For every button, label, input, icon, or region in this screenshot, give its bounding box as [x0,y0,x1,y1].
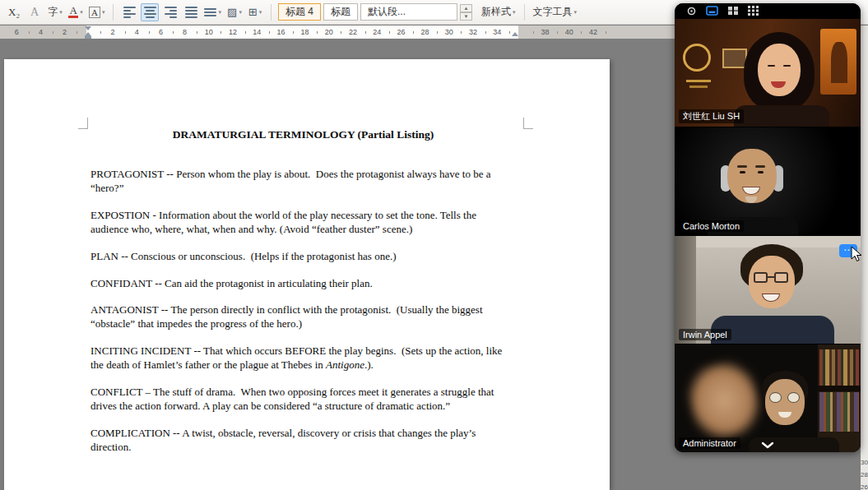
ruler-tick [461,31,462,34]
video-panel-toolbar [675,3,861,18]
ruler-number: 6 [159,28,163,36]
ruler-tick [269,31,270,34]
participant-tile-liu-sh[interactable]: 刘世红 Liu SH [675,18,861,127]
participant-name: Carlos Morton [679,220,744,232]
ruler-number: 12 [229,28,237,36]
align-right-icon [165,7,177,18]
borders-icon: ⊞ [248,6,258,18]
style-label: 默认段... [368,5,406,19]
clear-format-button[interactable]: A [26,3,44,21]
ruler-number: 28 [421,28,429,36]
ruler-number: 14 [253,28,261,36]
doc-paragraph[interactable]: PLAN -- Conscious or unconscious. (Helps… [91,250,516,264]
participant-tile-carlos-morton[interactable]: Carlos Morton [675,127,861,235]
style-gallery-down-button[interactable]: ▼ [460,12,472,21]
ruler-tick [53,31,53,34]
document-title[interactable]: DRAMATURGIAL TERMINOLOGY (Partial Listin… [91,128,516,141]
ruler-number: 34 [493,28,501,36]
character-border-button[interactable]: A [87,3,106,21]
doc-paragraph[interactable]: ANTAGONIST -- The person directly in con… [91,303,516,331]
page-content: DRAMATURGIAL TERMINOLOGY (Partial Listin… [4,59,610,455]
ruler-number: 18 [301,28,309,36]
left-indent-marker[interactable] [85,36,91,39]
subscript-button[interactable]: X₂ [5,3,23,21]
doc-paragraph[interactable]: INCITING INCIDENT -- That which occurs B… [91,344,516,372]
ruler-number: 6 [15,28,19,36]
grid-view-icon[interactable] [748,6,759,16]
ruler-tick [389,31,390,34]
ruler-tick [413,31,414,34]
style-label: 标题 [331,5,350,19]
ruler-number: 38 [541,28,550,36]
doc-paragraph[interactable]: CONFIDANT -- Can aid the protagonist in … [91,277,516,291]
line-spacing-icon [204,8,216,16]
align-right-button[interactable] [161,3,179,21]
doc-paragraph[interactable]: COMPLICATION -- A twist, obstacle, rever… [91,427,516,455]
line-spacing-button[interactable] [202,3,223,21]
ruler-tick [437,31,438,34]
align-center-button[interactable] [141,3,159,21]
ruler-tick [606,31,606,34]
ruler-number: 32 [469,28,477,36]
toolbar-separator [524,4,525,21]
ruler-number: 42 [589,28,597,36]
doc-paragraph[interactable]: PROTAGONIST -- Person whom the play is a… [91,168,516,196]
ruler-number: 22 [349,28,357,36]
font-color-button[interactable]: A [67,3,85,21]
shading-button[interactable]: ▨ [225,3,244,21]
speaker-view-icon[interactable] [706,6,718,16]
ruler-tick [77,31,77,34]
character-border-icon: A [89,7,100,18]
participant-video [675,127,861,235]
gallery-view-icon[interactable] [727,6,739,16]
ruler-number: 8 [183,28,187,36]
participant-name: Administrator [679,437,740,449]
shading-icon: ▨ [227,6,237,18]
ruler-tick [293,31,294,34]
ruler-tick [581,31,582,34]
doc-paragraph[interactable]: EXPOSTION - Information about the world … [91,209,516,237]
side-ruler-number: 28 [861,471,868,478]
ruler-number: 2 [63,28,67,36]
style-heading[interactable]: 标题 [323,3,358,21]
doc-paragraph[interactable]: CONFLICT – The stuff of drama. When two … [91,386,516,414]
justify-icon [185,7,197,18]
ruler-number: 26 [397,28,405,36]
style-heading4[interactable]: 标题 4 [278,3,321,21]
ruler-number: 16 [276,28,285,36]
chevron-down-icon [761,441,774,449]
new-style-button[interactable]: 新样式 [480,3,518,21]
ruler-number: 20 [325,28,333,36]
style-gallery-up-button[interactable]: ▲ [460,4,472,12]
mouse-cursor [851,246,862,266]
ruler-number: 40 [565,28,573,36]
ruler-tick [29,31,30,34]
participant-video [675,344,861,452]
pinyin-label: 字 [48,5,58,19]
subscript-label: X₂ [8,6,20,19]
participant-tile-irwin-appel[interactable]: ⋯ Irwin Appel [675,235,861,344]
justify-button[interactable] [182,3,200,21]
ruler-tick [317,31,318,34]
ruler-tick [365,31,366,34]
ruler-tick [485,31,486,34]
style-default-paragraph[interactable]: 默认段... [360,3,457,21]
settings-icon[interactable] [686,6,697,16]
ruler-tick [149,31,150,34]
first-line-indent-marker[interactable] [85,26,91,30]
participant-tile-administrator[interactable]: Administrator [675,344,861,452]
align-left-button[interactable] [120,3,138,21]
video-call-panel: 刘世红 Liu SH Carlos Morton ⋯ Irwin Appel A… [675,3,861,452]
text-tools-label: 文字工具 [533,5,573,19]
document-page[interactable]: DRAMATURGIAL TERMINOLOGY (Partial Listin… [4,59,610,490]
ruler-tick [245,31,246,34]
ruler-tick [341,31,341,34]
style-gallery-scroll: ▲ ▼ [460,4,472,21]
text-tools-button[interactable]: 文字工具 [531,3,579,21]
collapse-panel-button[interactable] [756,438,779,451]
borders-button[interactable]: ⊞ [246,3,264,21]
pinyin-guide-button[interactable]: 字 [46,3,64,21]
align-center-icon [144,7,156,18]
doc-paragraphs: PROTAGONIST -- Person whom the play is a… [91,168,516,455]
right-indent-marker[interactable] [512,32,518,36]
